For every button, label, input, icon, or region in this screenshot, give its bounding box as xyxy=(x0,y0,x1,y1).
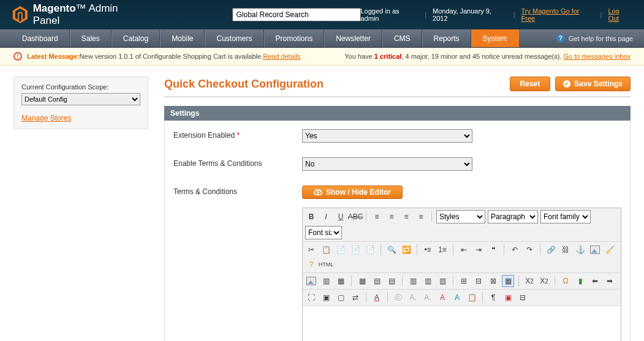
anchor-icon[interactable]: ⚓ xyxy=(574,244,586,256)
font-family-select[interactable]: Font family xyxy=(540,210,591,223)
messages-inbox-link[interactable]: Go to messages inbox xyxy=(564,53,631,60)
html-icon[interactable]: HTML xyxy=(320,258,332,271)
logout-link[interactable]: Log Out xyxy=(608,7,632,22)
show-blocks-icon[interactable]: ¶ xyxy=(487,291,499,304)
nav-system[interactable]: System xyxy=(471,29,519,47)
move-back-icon[interactable]: ⬅ xyxy=(589,275,601,287)
cut-icon[interactable]: ✂ xyxy=(305,244,317,256)
cleanup-icon[interactable]: 🧹 xyxy=(604,244,616,256)
acronym-icon[interactable]: A. xyxy=(422,291,434,304)
paragraph-select[interactable]: Paragraph xyxy=(488,210,538,223)
merge-cells-icon[interactable]: ⊞ xyxy=(458,275,470,287)
strikethrough-icon[interactable]: ABC xyxy=(349,211,362,223)
field-extension-enabled: Extension Enabled * Yes xyxy=(173,129,621,143)
select-all-icon[interactable]: ▣ xyxy=(320,291,332,304)
copy-icon[interactable]: 📋 xyxy=(320,244,332,256)
read-details-link[interactable]: Read details xyxy=(263,53,300,60)
number-list-icon[interactable]: 1≡ xyxy=(436,244,449,256)
nav-sales[interactable]: Sales xyxy=(70,29,112,47)
superscript-icon[interactable]: X2 xyxy=(538,275,550,287)
bold-icon[interactable]: B xyxy=(305,211,317,223)
toolbar-separator xyxy=(504,244,504,255)
attribs-icon[interactable]: 📋 xyxy=(466,291,478,304)
nav-customers[interactable]: Customers xyxy=(205,29,263,47)
delete-col-icon[interactable]: ▥ xyxy=(436,275,449,287)
pagebreak-icon[interactable]: ⊟ xyxy=(517,291,529,304)
subscript-icon[interactable]: X2 xyxy=(523,275,536,287)
help-editor-icon[interactable]: ? xyxy=(305,258,317,271)
blockquote-icon[interactable]: ❝ xyxy=(487,244,499,256)
scope-select[interactable]: Default Config xyxy=(21,93,140,105)
paste-icon[interactable]: 📄 xyxy=(335,244,347,256)
ins-icon[interactable]: A xyxy=(451,291,463,304)
align-right-icon[interactable]: ≡ xyxy=(400,211,412,223)
fullscreen-icon[interactable]: ⛶ xyxy=(305,291,317,304)
toolbar-separator xyxy=(351,275,352,287)
insert-image-icon[interactable] xyxy=(305,275,317,287)
nav-cms[interactable]: CMS xyxy=(382,29,422,47)
toggle-editor-button[interactable]: Show / Hide Editor xyxy=(302,185,403,199)
bullet-list-icon[interactable]: •≡ xyxy=(422,244,434,256)
table-props-icon[interactable]: ▦ xyxy=(502,275,514,287)
reset-button[interactable]: Reset xyxy=(510,77,551,91)
styles-select[interactable]: Styles xyxy=(436,210,485,223)
row-after-icon[interactable]: ▤ xyxy=(385,275,398,287)
logo[interactable]: Magento™ Admin Panel xyxy=(12,2,146,27)
split-cells-icon[interactable]: ⊟ xyxy=(472,275,485,287)
check-icon: ✓ xyxy=(563,80,570,88)
notice-right: You have 1 critical, 4 major, 19 minor a… xyxy=(344,53,631,60)
row-before-icon[interactable]: ▤ xyxy=(371,275,383,287)
col-after-icon[interactable]: ▥ xyxy=(422,275,434,287)
editor-textarea[interactable] xyxy=(303,306,621,341)
col-before-icon[interactable]: ▥ xyxy=(407,275,419,287)
try-magento-link[interactable]: Try Magento Go for Free xyxy=(521,7,594,22)
abbr-icon[interactable]: A. xyxy=(407,291,419,304)
align-left-icon[interactable]: ≡ xyxy=(371,211,383,223)
undo-icon[interactable]: ↶ xyxy=(509,244,521,256)
align-justify-icon[interactable]: ≡ xyxy=(415,211,427,223)
cite-icon[interactable]: ⓒ xyxy=(392,291,404,304)
save-button[interactable]: ✓Save Settings xyxy=(555,77,631,91)
special-char-icon[interactable]: Ω xyxy=(559,275,572,287)
image-icon[interactable] xyxy=(589,244,601,256)
extension-enabled-select[interactable]: Yes xyxy=(302,129,472,143)
manage-stores-link[interactable]: Manage Stores xyxy=(21,114,71,122)
layer-icon[interactable]: ▮ xyxy=(574,275,586,287)
paste-text-icon[interactable]: 📄 xyxy=(349,244,362,256)
nav-catalog[interactable]: Catalog xyxy=(112,29,160,47)
text-color-icon[interactable]: A xyxy=(371,291,383,304)
critical-label: critical xyxy=(378,53,402,60)
move-fwd-icon[interactable]: ➡ xyxy=(604,275,616,287)
table-icon[interactable]: ▦ xyxy=(356,275,368,287)
nbsp-icon[interactable]: ⇄ xyxy=(349,291,362,304)
outdent-icon[interactable]: ⇤ xyxy=(458,244,470,256)
media-icon[interactable]: ▥ xyxy=(320,275,332,287)
widget-icon[interactable]: ▦ xyxy=(335,275,347,287)
redo-icon[interactable]: ↷ xyxy=(523,244,536,256)
paste-word-icon[interactable]: 📄 xyxy=(364,244,376,256)
nav-mobile[interactable]: Mobile xyxy=(160,29,205,47)
enable-terms-select[interactable]: No xyxy=(302,157,472,171)
search-input[interactable] xyxy=(232,8,361,21)
nav-dashboard[interactable]: Dashboard xyxy=(11,29,70,47)
replace-icon[interactable]: 🔁 xyxy=(400,244,412,256)
section-header[interactable]: Settings xyxy=(164,106,631,121)
underline-icon[interactable]: U xyxy=(335,211,347,223)
del-icon[interactable]: A xyxy=(436,291,449,304)
visual-aid-icon[interactable]: ▢ xyxy=(335,291,347,304)
template-icon[interactable]: ▣ xyxy=(502,291,514,304)
delete-row-icon[interactable]: ⊠ xyxy=(487,275,499,287)
link-icon[interactable]: 🔗 xyxy=(545,244,557,256)
nav-newsletter[interactable]: Newsletter xyxy=(324,29,382,47)
nav-promotions[interactable]: Promotions xyxy=(264,29,325,47)
indent-icon[interactable]: ⇥ xyxy=(472,244,485,256)
find-icon[interactable]: 🔍 xyxy=(385,244,398,256)
align-center-icon[interactable]: ≡ xyxy=(385,211,398,223)
font-size-select[interactable]: Font size xyxy=(305,226,342,239)
nav-reports[interactable]: Reports xyxy=(422,29,471,47)
action-buttons: Reset ✓Save Settings xyxy=(510,77,631,91)
italic-icon[interactable]: I xyxy=(320,211,332,223)
unlink-icon[interactable]: ⛓ xyxy=(559,244,572,256)
help-link[interactable]: ? Get help for this page xyxy=(556,29,633,47)
separator: | xyxy=(513,11,515,18)
